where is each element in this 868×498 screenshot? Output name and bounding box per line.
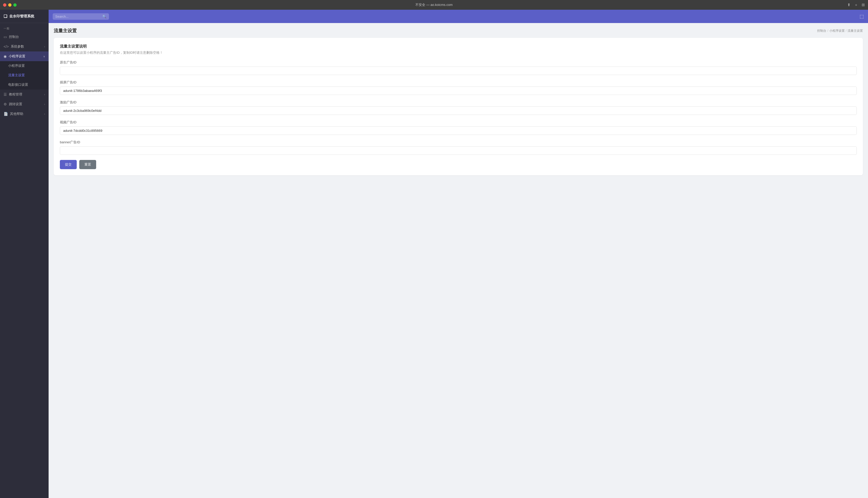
sidebar-item-traffic-main[interactable]: 流量主设置 — [0, 71, 49, 80]
share-icon[interactable]: ⬆ — [847, 2, 851, 8]
sidebar-item-redirect[interactable]: ⚙ 跳转设置 › — [0, 99, 49, 109]
maximize-button[interactable] — [13, 3, 17, 6]
form-group-interstitial: 插屏广告ID — [60, 80, 857, 95]
label-banner-ad-id: banner广告ID — [60, 140, 857, 145]
label-rewarded-ad-id: 激励广告ID — [60, 100, 857, 105]
sidebar-item-redirect-label: 跳转设置 — [9, 102, 22, 106]
list-icon: ☰ — [3, 92, 7, 96]
form-group-rewarded: 激励广告ID — [60, 100, 857, 115]
sidebar: ❑ 去水印管理系统 一般 ▭ 控制台 </> 系统参数 › ◉ 小程序设置 ∨ — [0, 10, 49, 498]
logo-icon: ❑ — [3, 14, 7, 19]
chevron-right-icon-4: › — [44, 113, 45, 115]
window-title: 不安全 — ao.koicms.com — [415, 2, 453, 7]
header-notification-icon[interactable]: ⬚ — [859, 14, 864, 19]
sidebar-item-traffic-main-left: 流量主设置 — [8, 73, 25, 78]
sidebar-item-dashboard-left: ▭ 控制台 — [3, 35, 19, 39]
sidebar-section-general: 一般 — [0, 23, 49, 32]
sidebar-item-system-params[interactable]: </> 系统参数 › — [0, 42, 49, 51]
breadcrumb-sep-1: / — [827, 29, 828, 32]
sidebar-item-movie-api-left: 电影接口设置 — [8, 83, 28, 87]
settings-card: 流量主设置说明 在这里您可以设置小程序的流量主广告ID，复制ID时请注意删除空格… — [54, 38, 863, 175]
sidebar-item-other-help-left: 📄 其他帮助 — [3, 112, 23, 116]
page-title: 流量主设置 — [54, 28, 77, 34]
chevron-down-icon: ∨ — [43, 55, 45, 58]
gear-icon: ⚙ — [3, 102, 7, 106]
form-group-banner: banner广告ID — [60, 140, 857, 155]
sidebar-item-miniapp[interactable]: ◉ 小程序设置 ∨ — [0, 51, 49, 61]
sidebar-item-miniapp-config-label: 小程序设置 — [8, 64, 25, 68]
minimize-button[interactable] — [8, 3, 12, 6]
chevron-right-icon-3: › — [44, 103, 45, 106]
chevron-right-icon-2: › — [44, 93, 45, 96]
sidebar-item-dashboard-label: 控制台 — [9, 35, 19, 39]
search-icon: 🔍 — [102, 15, 106, 18]
label-native-ad-id: 原生广告ID — [60, 60, 857, 65]
breadcrumb-current: 流量主设置 — [847, 29, 863, 33]
titlebar: 不安全 — ao.koicms.com ⬆ ＋ ⊞ — [0, 0, 868, 10]
search-input[interactable] — [55, 15, 101, 18]
circle-icon: ◉ — [3, 54, 6, 58]
sidebar-item-tutorial[interactable]: ☰ 教程管理 › — [0, 90, 49, 99]
sidebar-item-movie-api[interactable]: 电影接口设置 — [0, 80, 49, 90]
code-icon: </> — [3, 44, 9, 49]
sidebar-item-movie-api-label: 电影接口设置 — [8, 83, 28, 87]
sidebar-item-redirect-left: ⚙ 跳转设置 — [3, 102, 22, 106]
chevron-right-icon: › — [44, 45, 45, 48]
breadcrumb: 控制台 / 小程序设置 / 流量主设置 — [817, 29, 863, 33]
form-group-video: 视频广告ID — [60, 120, 857, 135]
sidebar-item-traffic-main-label: 流量主设置 — [8, 73, 25, 78]
form-buttons: 提交 重置 — [60, 160, 857, 169]
sidebar-item-system-params-label: 系统参数 — [11, 44, 24, 49]
input-interstitial-ad-id[interactable] — [60, 87, 857, 95]
input-native-ad-id[interactable] — [60, 67, 857, 75]
split-view-icon[interactable]: ⊞ — [862, 2, 865, 8]
breadcrumb-miniapp[interactable]: 小程序设置 — [829, 29, 845, 33]
label-video-ad-id: 视频广告ID — [60, 120, 857, 124]
sidebar-item-miniapp-label: 小程序设置 — [9, 54, 25, 58]
card-section-desc: 在这里您可以设置小程序的流量主广告ID，复制ID时请注意删除空格！ — [60, 50, 857, 55]
top-header: 🔍 ⬚ — [49, 10, 868, 23]
input-banner-ad-id[interactable] — [60, 146, 857, 155]
sidebar-item-dashboard[interactable]: ▭ 控制台 — [0, 32, 49, 42]
card-section-title: 流量主设置说明 — [60, 44, 857, 49]
sidebar-item-tutorial-label: 教程管理 — [9, 92, 22, 97]
app-body: ❑ 去水印管理系统 一般 ▭ 控制台 </> 系统参数 › ◉ 小程序设置 ∨ — [0, 10, 868, 498]
logo-text: 去水印管理系统 — [9, 14, 34, 19]
titlebar-right-icons: ⬆ ＋ ⊞ — [847, 2, 865, 8]
input-video-ad-id[interactable] — [60, 127, 857, 135]
breadcrumb-dashboard[interactable]: 控制台 — [817, 29, 826, 33]
search-box[interactable]: 🔍 — [53, 13, 109, 20]
sidebar-item-other-help[interactable]: 📄 其他帮助 › — [0, 109, 49, 119]
add-tab-icon[interactable]: ＋ — [854, 2, 858, 8]
form-group-native: 原生广告ID — [60, 60, 857, 75]
breadcrumb-sep-2: / — [846, 29, 846, 32]
reset-button[interactable]: 重置 — [79, 160, 96, 169]
main-area: 🔍 ⬚ 流量主设置 控制台 / 小程序设置 / 流量主设置 流量主设置说明 在这… — [49, 10, 868, 498]
sidebar-item-miniapp-left: ◉ 小程序设置 — [3, 54, 25, 58]
sidebar-item-miniapp-config[interactable]: 小程序设置 — [0, 61, 49, 71]
submit-button[interactable]: 提交 — [60, 160, 77, 169]
window-controls[interactable] — [3, 3, 17, 6]
input-rewarded-ad-id[interactable] — [60, 106, 857, 115]
sidebar-item-tutorial-left: ☰ 教程管理 — [3, 92, 22, 97]
sidebar-logo: ❑ 去水印管理系统 — [0, 10, 49, 23]
label-interstitial-ad-id: 插屏广告ID — [60, 80, 857, 85]
sidebar-sub-miniapp: 小程序设置 流量主设置 电影接口设置 — [0, 61, 49, 90]
sidebar-item-miniapp-config-left: 小程序设置 — [8, 64, 25, 68]
monitor-icon: ▭ — [3, 35, 7, 39]
page-header: 流量主设置 控制台 / 小程序设置 / 流量主设置 — [54, 28, 863, 34]
sidebar-item-system-params-left: </> 系统参数 — [3, 44, 24, 49]
sidebar-item-other-help-label: 其他帮助 — [10, 112, 23, 116]
content-area: 流量主设置 控制台 / 小程序设置 / 流量主设置 流量主设置说明 在这里您可以… — [49, 23, 868, 498]
close-button[interactable] — [3, 3, 6, 6]
doc-icon: 📄 — [3, 112, 8, 116]
